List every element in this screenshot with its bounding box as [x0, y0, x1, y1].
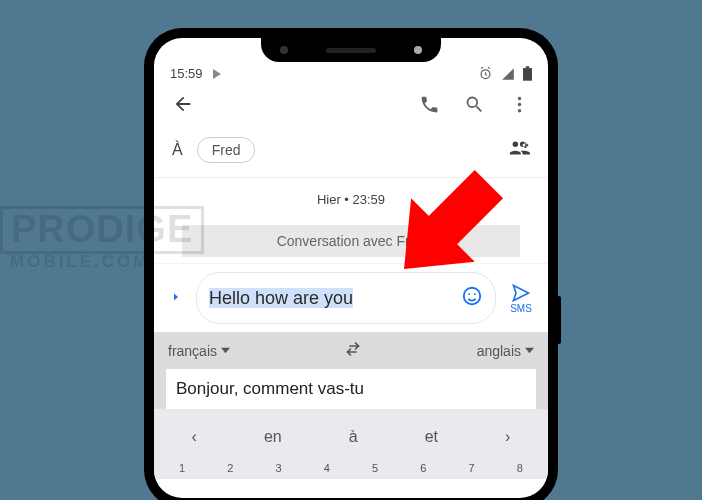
message-list: Hier • 23:59 Conversation avec Fred	[154, 178, 548, 257]
power-button	[557, 296, 561, 344]
send-label: SMS	[510, 303, 532, 314]
overflow-button[interactable]	[509, 94, 530, 119]
play-store-icon	[211, 68, 223, 80]
svg-point-6	[464, 287, 481, 304]
status-bar: 15:59	[154, 60, 548, 83]
more-vert-icon	[509, 94, 530, 115]
battery-icon	[523, 66, 532, 81]
suggestion[interactable]: à	[349, 428, 358, 446]
phone-icon	[419, 94, 440, 115]
svg-point-5	[518, 108, 522, 112]
swap-icon	[344, 340, 362, 358]
svg-point-3	[518, 96, 522, 100]
caret-down-icon	[221, 346, 230, 355]
keyboard-chevron-right[interactable]: ›	[505, 428, 510, 446]
suggestion[interactable]: et	[425, 428, 438, 446]
alarm-icon	[478, 66, 493, 81]
emoji-button[interactable]	[461, 285, 483, 312]
group-add-icon	[508, 137, 530, 159]
svg-point-4	[518, 102, 522, 106]
expand-composer-button[interactable]	[164, 282, 188, 315]
keyboard[interactable]: ‹ en à et › 12345678	[154, 409, 548, 479]
svg-rect-2	[526, 66, 530, 68]
arrow-back-icon	[172, 93, 194, 115]
swap-languages-button[interactable]	[344, 340, 362, 361]
call-button[interactable]	[419, 94, 440, 119]
to-label: À	[172, 141, 183, 159]
source-language-button[interactable]: français	[168, 343, 230, 359]
svg-rect-1	[523, 68, 532, 81]
back-button[interactable]	[172, 93, 194, 119]
translate-input[interactable]	[166, 369, 536, 409]
recipient-chip[interactable]: Fred	[197, 137, 256, 163]
suggestion[interactable]: en	[264, 428, 282, 446]
chevron-right-icon	[170, 290, 182, 304]
phone-frame: 15:59 À Fred	[144, 28, 558, 500]
caret-down-icon	[525, 346, 534, 355]
svg-point-7	[468, 293, 470, 295]
message-input-text: Hello how are you	[209, 288, 455, 309]
signal-icon	[501, 67, 515, 81]
notch	[261, 38, 441, 62]
conversation-banner: Conversation avec Fred	[182, 225, 521, 257]
date-separator: Hier • 23:59	[154, 192, 548, 207]
search-button[interactable]	[464, 94, 485, 119]
emoji-icon	[461, 285, 483, 307]
send-button[interactable]: SMS	[504, 283, 538, 314]
send-icon	[508, 283, 534, 303]
add-recipient-button[interactable]	[508, 137, 530, 163]
keyboard-chevron-left[interactable]: ‹	[192, 428, 197, 446]
translate-bar: français anglais	[154, 332, 548, 409]
screen: 15:59 À Fred	[154, 38, 548, 498]
search-icon	[464, 94, 485, 115]
message-input[interactable]: Hello how are you	[196, 272, 496, 324]
svg-point-8	[474, 293, 476, 295]
target-language-button[interactable]: anglais	[477, 343, 534, 359]
status-time: 15:59	[170, 66, 203, 81]
